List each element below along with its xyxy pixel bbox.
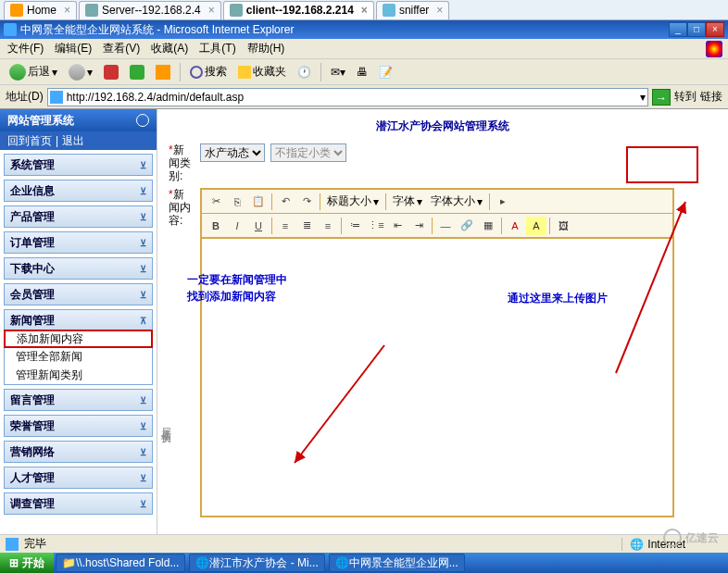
sidebar-subitem-manage-news[interactable]: 管理全部新闻 (5, 347, 152, 366)
copy-button[interactable]: ⎘ (227, 193, 247, 211)
home-icon (156, 65, 170, 80)
indent-button[interactable]: ⇥ (408, 217, 429, 235)
menu-edit[interactable]: 编辑(E) (55, 41, 92, 56)
italic-button[interactable]: I (227, 217, 247, 235)
go-button[interactable]: → (652, 89, 671, 106)
content-label: *新闻内容: (169, 188, 195, 227)
sidebar-item-honor[interactable]: 荣誉管理⊻ (5, 416, 152, 436)
favorites-button[interactable]: 收藏夹 (234, 62, 290, 81)
bold-button[interactable]: B (206, 217, 226, 235)
cloud-icon (663, 529, 682, 547)
sidebar-subitem-manage-category[interactable]: 管理新闻类别 (5, 366, 152, 384)
mail-button[interactable]: ✉▾ (327, 64, 349, 81)
close-icon[interactable]: × (64, 4, 70, 17)
sidebar-item-system[interactable]: 系统管理⊻ (5, 155, 152, 175)
tab-sniffer[interactable]: sniffer× (376, 1, 449, 19)
forecolor-button[interactable]: A (505, 217, 525, 235)
history-button[interactable]: 🕐 (294, 64, 315, 81)
align-left-button[interactable]: ≡ (275, 217, 295, 235)
edit-button[interactable]: 📝 (375, 64, 396, 81)
browser-tabs: Home× Server--192.168.2.4× client--192.1… (0, 0, 728, 20)
sidebar-item-download[interactable]: 下载中心⊻ (5, 258, 152, 279)
client-icon (230, 4, 243, 17)
sidebar-item-survey[interactable]: 调查管理⊻ (5, 493, 152, 514)
undo-button[interactable]: ↶ (275, 193, 295, 211)
sidebar-item-member[interactable]: 会员管理⊻ (5, 284, 152, 305)
more-button[interactable]: ▸ (493, 193, 513, 211)
chevron-down-icon: ⊻ (140, 160, 146, 170)
paste-button[interactable]: 📋 (248, 193, 269, 211)
font-size-select[interactable]: 字体大小▾ (427, 193, 486, 209)
sidebar-subitem-add-news[interactable]: 添加新闻内容 (4, 330, 153, 348)
dropdown-icon[interactable]: ▾ (640, 91, 646, 104)
rich-text-editor: ✂ ⎘ 📋 ↶ ↷ 标题大小▾ 字体▾ 字体大小▾ ▸ B I (200, 188, 674, 517)
ordered-list-button[interactable]: ≔ (345, 217, 365, 235)
search-button[interactable]: 搜索 (186, 62, 231, 81)
link-button[interactable]: 🔗 (457, 217, 477, 235)
sniffer-icon (383, 4, 395, 17)
url-input[interactable] (67, 91, 636, 104)
chevron-down-icon: ⊻ (140, 264, 146, 274)
print-button[interactable]: 🖶 (353, 64, 371, 81)
taskbar-item[interactable]: 🌐 潜江市水产协会 - Mi... (189, 554, 324, 572)
hr-button[interactable]: — (435, 217, 456, 235)
refresh-button[interactable] (126, 63, 148, 81)
sidebar-item-marketing[interactable]: 营销网络⊻ (5, 442, 152, 462)
unordered-list-button[interactable]: ⋮≡ (366, 217, 386, 235)
menu-view[interactable]: 查看(V) (103, 41, 140, 56)
outdent-button[interactable]: ⇤ (387, 217, 408, 235)
chevron-down-icon: ⊻ (140, 186, 146, 196)
sidebar-item-message[interactable]: 留言管理⊻ (5, 390, 152, 410)
sidebar-home-link[interactable]: 回到首页 (7, 133, 52, 149)
table-button[interactable]: ▦ (478, 217, 498, 235)
maximize-button[interactable]: □ (687, 22, 706, 37)
back-icon (9, 64, 26, 81)
sidebar-item-news[interactable]: 新闻管理⊼ (5, 310, 152, 330)
close-button[interactable]: × (706, 22, 724, 37)
sidebar-logout-link[interactable]: 退出 (62, 133, 84, 149)
align-right-button[interactable]: ≡ (318, 217, 338, 235)
sidebar-item-hr[interactable]: 人才管理⊻ (5, 467, 152, 488)
align-center-button[interactable]: ≣ (296, 217, 317, 235)
refresh-icon[interactable] (136, 114, 149, 127)
taskbar-item[interactable]: 🌐 中网景全能型企业网... (329, 554, 465, 572)
backcolor-button[interactable]: A (526, 217, 546, 235)
server-icon (85, 4, 98, 17)
close-icon[interactable]: × (436, 4, 443, 17)
forward-button[interactable]: ▾ (65, 62, 96, 82)
back-button[interactable]: 后退▾ (6, 62, 61, 82)
menu-tools[interactable]: 工具(T) (199, 41, 235, 56)
category-select-1[interactable]: 水产动态 (200, 143, 265, 162)
page-icon (6, 538, 19, 551)
cut-button[interactable]: ✂ (206, 193, 226, 211)
redo-button[interactable]: ↷ (296, 193, 317, 211)
underline-button[interactable]: U (248, 217, 269, 235)
watermark: 亿速云 (663, 529, 719, 547)
window-title-bar: 中网景全能型企业网站系统 - Microsoft Internet Explor… (0, 20, 728, 39)
category-select-2[interactable]: 不指定小类 (270, 143, 346, 162)
sidebar-item-product[interactable]: 产品管理⊻ (5, 206, 152, 227)
sidebar-header: 网站管理系统 (0, 109, 157, 131)
sidebar-item-order[interactable]: 订单管理⊻ (5, 232, 152, 253)
minimize-button[interactable]: _ (669, 22, 687, 37)
home-button[interactable] (152, 63, 174, 81)
links-label[interactable]: 链接 (700, 89, 722, 105)
menu-favorites[interactable]: 收藏(A) (151, 41, 188, 56)
start-button[interactable]: ⊞开始 (0, 553, 54, 573)
status-text: 完毕 (24, 536, 46, 552)
category-label: *新闻类别: (169, 143, 195, 182)
heading-size-select[interactable]: 标题大小▾ (323, 193, 383, 209)
taskbar-item[interactable]: 📁 \\.host\Shared Fold... (56, 554, 185, 572)
insert-image-button[interactable]: 🖼 (553, 217, 573, 235)
tab-home[interactable]: Home× (4, 1, 77, 19)
tab-client[interactable]: client--192.168.2.214× (223, 1, 374, 19)
sidebar-item-enterprise[interactable]: 企业信息⊻ (5, 181, 152, 201)
close-icon[interactable]: × (361, 4, 368, 17)
stop-button[interactable] (100, 63, 122, 81)
close-icon[interactable]: × (208, 4, 215, 17)
menu-help[interactable]: 帮助(H) (247, 41, 285, 56)
ie-icon (4, 23, 17, 36)
menu-file[interactable]: 文件(F) (7, 41, 44, 56)
font-select[interactable]: 字体▾ (389, 193, 426, 209)
tab-server[interactable]: Server--192.168.2.4× (79, 1, 221, 19)
